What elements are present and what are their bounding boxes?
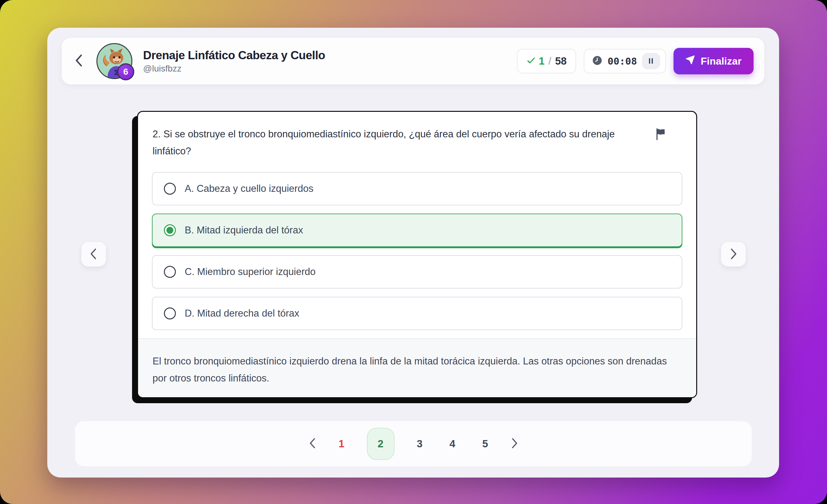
pagination-prev-button[interactable] [309,438,317,450]
option-label: C. Miembro superior izquierdo [185,266,315,278]
option-label: A. Cabeza y cuello izquierdos [185,183,313,194]
quiz-title: Drenaje Linfático Cabeza y Cuello [143,49,517,62]
score-total: 58 [555,55,567,67]
options-list: A. Cabeza y cuello izquierdos B. Mitad i… [138,164,696,338]
check-icon [526,56,536,66]
pagination-bar: 1 2 3 4 5 [75,421,752,466]
explanation-text: El tronco bronquiomediastínico izquierdo… [152,353,680,387]
chevron-right-icon [510,438,518,450]
question-header: 2. Si se obstruye el tronco bronquiomedi… [138,112,696,164]
flag-icon [655,137,666,141]
answer-option-c[interactable]: C. Miembro superior izquierdo [152,255,682,289]
send-icon [685,55,695,67]
explanation-panel: El tronco bronquiomediastínico izquierdo… [138,338,696,398]
pause-button[interactable]: II [642,53,660,69]
answer-option-a[interactable]: A. Cabeza y cuello izquierdos [152,172,682,205]
radio-selected-icon [164,224,176,236]
option-label: D. Mitad derecha del tórax [185,308,299,319]
answer-option-b[interactable]: B. Mitad izquierda del tórax [152,213,682,247]
prev-question-button[interactable] [81,242,106,266]
page-button-5[interactable]: 5 [478,438,493,450]
finish-button-label: Finalizar [700,55,742,67]
page-button-1[interactable]: 1 [334,438,349,450]
flag-button[interactable] [654,128,668,141]
gradient-background: Σ 6 Drenaje Linfático Cabeza y Cuello @l… [0,0,827,504]
timer-pill: 00:08 II [584,49,666,73]
avatar: Σ 6 [96,43,132,79]
app-window: Σ 6 Drenaje Linfático Cabeza y Cuello @l… [47,28,779,477]
question-card: 2. Si se obstruye el tronco bronquiomedi… [137,111,697,398]
option-label: B. Mitad izquierda del tórax [185,224,303,236]
chevron-left-icon [90,248,98,260]
radio-unselected-icon [164,307,176,319]
clock-icon [592,55,602,67]
score-current: 1 [539,55,545,67]
next-question-button[interactable] [721,242,746,266]
back-button[interactable] [62,38,96,85]
finish-button[interactable]: Finalizar [674,48,753,74]
page-button-2[interactable]: 2 [367,428,395,460]
score-separator: / [548,55,551,67]
timer-value: 00:08 [607,55,637,67]
chevron-left-icon [75,54,84,68]
page-button-4[interactable]: 4 [445,438,460,450]
quiz-author: @luisfbzz [143,64,517,74]
radio-unselected-icon [164,266,176,278]
title-block: Drenaje Linfático Cabeza y Cuello @luisf… [143,49,517,74]
level-badge: 6 [117,63,134,80]
pagination-next-button[interactable] [510,438,518,450]
quiz-header: Σ 6 Drenaje Linfático Cabeza y Cuello @l… [62,38,764,85]
chevron-left-icon [309,438,317,450]
radio-unselected-icon [164,183,176,195]
page-button-3[interactable]: 3 [412,438,427,450]
question-text: 2. Si se obstruye el tronco bronquiomedi… [152,126,644,160]
answer-option-d[interactable]: D. Mitad derecha del tórax [152,297,682,330]
chevron-right-icon [729,248,737,260]
score-pill: 1 / 58 [517,49,576,73]
